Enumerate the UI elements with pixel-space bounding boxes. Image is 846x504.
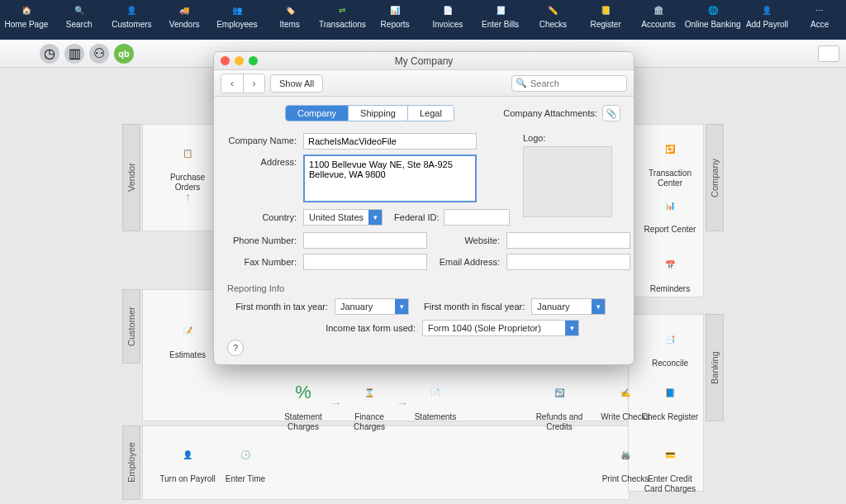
pencil-icon: ✏️ (544, 2, 561, 18)
help-button[interactable]: ? (227, 340, 244, 356)
sub-icon-3[interactable]: ⚇ (89, 44, 109, 64)
toolbar-home[interactable]: 🏠Home Page (0, 2, 53, 38)
qb-icon: qb (118, 49, 129, 59)
nav-back-button[interactable]: ‹ (221, 74, 243, 93)
attachments-row: Company Attachments: 📎 (503, 105, 620, 121)
country-label: Country: (227, 212, 303, 222)
side-label-vendor: Vendor (122, 124, 140, 231)
tab-company[interactable]: Company (286, 106, 348, 121)
finance-charges-icon: ⌛ (353, 376, 386, 409)
window-title: My Company (395, 55, 454, 67)
search-input[interactable] (511, 75, 627, 92)
zoom-icon[interactable] (249, 56, 258, 65)
wf-turn-on-payroll[interactable]: 👤 Turn on Payroll (159, 438, 216, 484)
wf-estimates[interactable]: 📝 Estimates (159, 314, 216, 360)
side-label-customer: Customer (122, 289, 140, 364)
tab-legal[interactable]: Legal (407, 106, 454, 121)
wf-statement-charges[interactable]: % Statement Charges (274, 376, 332, 431)
toolbar-add-payroll[interactable]: 👤Add Payroll (741, 2, 794, 38)
show-all-button[interactable]: Show All (270, 74, 323, 93)
swap-icon: ⇄ (334, 2, 350, 18)
reporting-heading: Reporting Info (227, 283, 620, 293)
refunds-icon: ↩️ (543, 376, 576, 409)
sub-icon-qb[interactable]: qb (114, 44, 134, 64)
first-fiscal-select[interactable]: January ▾ (531, 298, 606, 315)
toolbar-invoices[interactable]: 📄Invoices (421, 2, 474, 38)
report-center-icon: 📊 (654, 188, 687, 221)
chevron-down-icon: ▾ (592, 299, 605, 314)
sub-right-button[interactable] (818, 45, 839, 62)
toolbar-search[interactable]: 🔍Search (53, 2, 106, 38)
toolbar-vendors[interactable]: 🚚Vendors (158, 2, 211, 38)
website-input[interactable] (506, 232, 630, 249)
fax-input[interactable] (303, 254, 427, 270)
arrow-up: ↑ (185, 190, 191, 203)
minimize-icon[interactable] (235, 56, 244, 65)
toolbar-register[interactable]: 📒Register (579, 2, 632, 38)
window-body: Company Shipping Legal Company Attachmen… (214, 97, 634, 364)
traffic-lights (221, 56, 258, 65)
reminders-icon: 📅 (654, 248, 687, 281)
wf-finance-charges[interactable]: ⌛ Finance Charges (340, 376, 398, 431)
toolbar-checks[interactable]: ✏️Checks (527, 2, 580, 38)
toolbar-transactions[interactable]: ⇄Transactions (316, 2, 369, 38)
tab-shipping[interactable]: Shipping (348, 106, 407, 121)
address-label: Address: (227, 155, 303, 167)
nav-forward-button[interactable]: › (243, 74, 264, 93)
toolbar-more[interactable]: ⋯Acce (793, 2, 846, 38)
attachments-label: Company Attachments: (503, 108, 597, 118)
toolbar-employees[interactable]: 👥Employees (211, 2, 264, 38)
attachments-button[interactable]: 📎 (602, 105, 620, 121)
my-company-window: My Company ‹ › Show All 🔍 Company Shippi… (213, 51, 634, 365)
toolbar-items[interactable]: 🏷️Items (264, 2, 316, 38)
toolbar-enter-bills[interactable]: 🧾Enter Bills (474, 2, 527, 38)
logo-dropzone[interactable] (523, 146, 612, 217)
country-select[interactable]: United States ▾ (303, 209, 383, 226)
company-name-input[interactable] (303, 133, 477, 150)
print-checks-icon: 🖨️ (609, 438, 642, 471)
statements-icon: 📄 (419, 376, 452, 409)
side-label-employee: Employee (122, 426, 140, 500)
contact-columns: Phone Number: Fax Number: Website: Email… (227, 232, 620, 275)
tab-bar: Company Shipping Legal (285, 105, 454, 121)
clock-icon: ◷ (44, 45, 55, 61)
wf-check-register[interactable]: 📘 Check Register (641, 376, 699, 422)
wf-statements[interactable]: 📄 Statements (406, 376, 464, 422)
close-icon[interactable] (221, 56, 230, 65)
first-tax-select[interactable]: January ▾ (335, 298, 409, 315)
window-titlebar[interactable]: My Company (214, 52, 634, 70)
toolbar-accounts[interactable]: 🏛️Accounts (632, 2, 685, 38)
wf-refunds[interactable]: ↩️ Refunds and Credits (530, 376, 588, 431)
credit-card-icon: 💳 (654, 438, 687, 471)
globe-icon: 🌐 (705, 2, 721, 18)
side-label-banking: Banking (706, 314, 724, 421)
first-fiscal-label: First month in fiscal year: (424, 302, 531, 311)
website-label: Website: (437, 235, 506, 245)
write-checks-icon: ✍️ (609, 376, 642, 409)
address-textarea[interactable]: 1100 Bellevue Way NE, Ste 8A-925 Bellevu… (303, 155, 477, 202)
wf-reconcile[interactable]: 📑 Reconcile (641, 322, 699, 368)
toolbar-customers[interactable]: 👤Customers (106, 2, 159, 38)
wf-enter-cc[interactable]: 💳 Enter Credit Card Charges (641, 438, 699, 493)
wf-transaction-center[interactable]: 🔁 Transaction Center (641, 132, 699, 188)
invoice-icon: 📄 (440, 2, 456, 18)
statement-charges-icon: % (287, 376, 320, 409)
email-input[interactable] (506, 254, 630, 270)
federal-id-input[interactable] (444, 209, 510, 226)
people-icon: ⚇ (93, 45, 105, 61)
sub-icon-2[interactable]: ▥ (64, 44, 84, 64)
toolbar-online-banking[interactable]: 🌐Online Banking (685, 2, 741, 38)
company-name-label: Company Name: (227, 133, 303, 145)
sub-icon-1[interactable]: ◷ (40, 44, 59, 64)
logo-label: Logo: (523, 133, 614, 143)
wf-enter-time[interactable]: 🕒 Enter Time (216, 438, 274, 484)
phone-input[interactable] (303, 232, 427, 249)
wf-purchase-orders[interactable]: 📋 Purchase Orders (159, 136, 216, 192)
income-tax-form-select[interactable]: Form 1040 (Sole Proprietor) ▾ (422, 320, 579, 336)
toolbar-reports[interactable]: 📊Reports (368, 2, 421, 38)
estimates-icon: 📝 (171, 314, 204, 347)
wf-reminders[interactable]: 📅 Reminders (641, 248, 699, 294)
nav-back-forward: ‹ › (221, 74, 265, 93)
transaction-center-icon: 🔁 (654, 132, 687, 165)
wf-report-center[interactable]: 📊 Report Center (641, 188, 699, 235)
